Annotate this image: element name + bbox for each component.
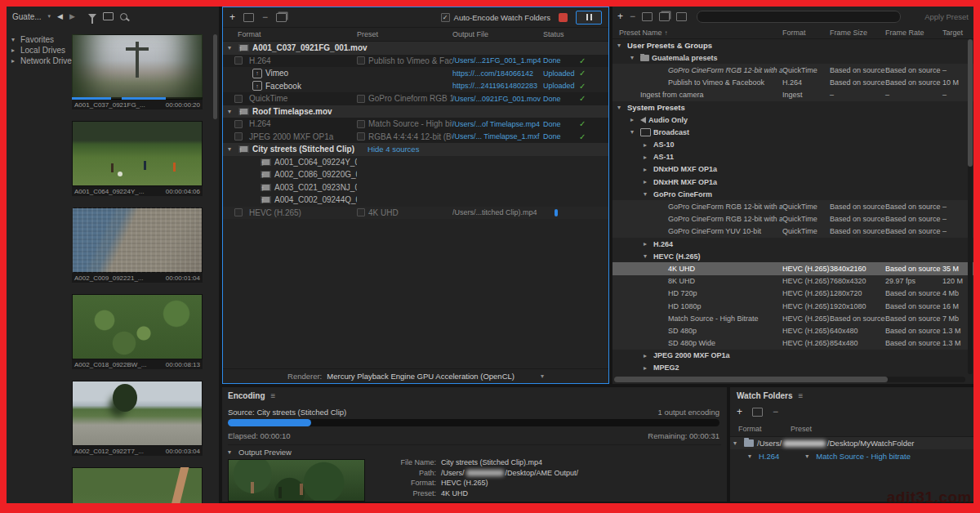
stop-button[interactable] <box>559 13 568 22</box>
output-checkbox[interactable] <box>234 132 243 141</box>
preset-checkbox[interactable] <box>357 208 365 216</box>
output-checkbox[interactable] <box>234 208 243 216</box>
new-group-icon[interactable] <box>642 12 653 21</box>
queue-row[interactable]: ↑ JPEG 2000 MXF OP1a RGBA 4:4:4:4 12-bit… <box>223 131 608 144</box>
output-preview-header[interactable]: ▾ Output Preview <box>228 444 721 457</box>
tree-item[interactable]: ▾ Favorites <box>11 34 76 45</box>
column-format[interactable]: Format <box>730 425 791 436</box>
vertical-scrollbar[interactable] <box>968 39 973 374</box>
preset-row[interactable]: ▸ AS-10 <box>612 139 973 151</box>
media-thumbnail[interactable]: A001_C037_0921FG_... 00:00:00:20 <box>72 34 203 109</box>
preset-row[interactable]: GoPro CineForm YUV 10-bit QuickTime Base… <box>612 225 973 238</box>
queue-row[interactable]: ↑ A001_C064_09224Y_001 <box>223 156 608 169</box>
preset-checkbox[interactable] <box>357 120 365 128</box>
chevron-down-icon[interactable]: ▾ <box>805 453 813 460</box>
twirl-icon[interactable]: ▸ <box>644 166 651 173</box>
media-thumbnail[interactable] <box>72 467 203 503</box>
preset-row[interactable]: ▸ JPEG 2000 MXF OP1a <box>612 350 973 362</box>
preset-row[interactable]: ▸ H.264 <box>612 238 973 250</box>
preset-settings-icon[interactable] <box>659 12 670 21</box>
queue-row[interactable]: ↑ HEVC (H.265) 4K UHD /Users/...titched … <box>223 207 608 220</box>
twirl-icon[interactable]: ▸ <box>644 141 651 149</box>
twirl-icon[interactable]: ▾ <box>617 42 625 49</box>
auto-encode-checkbox[interactable]: ✓ <box>441 13 450 22</box>
queue-row[interactable]: ↑ Facebook https://...24119614802283 Upl… <box>223 80 608 93</box>
hide-sources-link[interactable]: Hide 4 sources <box>368 145 419 154</box>
output-file-cell[interactable]: https://...24119614802283 <box>452 82 543 90</box>
pause-button[interactable] <box>576 11 602 25</box>
chevron-down-icon[interactable]: ▾ <box>541 372 544 380</box>
column-preset-name[interactable]: Preset Name↑ <box>612 29 782 37</box>
preset-row[interactable]: GoPro CineForm RGB 12-bit with alpha... … <box>612 213 973 225</box>
output-file-cell[interactable]: /Users/...titched Clip).mp4 <box>452 208 543 216</box>
media-thumbnail[interactable]: A002_C018_0922BW_... 00:00:08:13 <box>72 294 203 369</box>
watch-folder-output-row[interactable]: ▾ H.264 ▾ Match Source - High bitrate <box>730 450 973 462</box>
location-dropdown[interactable]: Guate... <box>12 12 42 21</box>
queue-row[interactable]: ▾ ↑ City streets (Stitched Clip) Hide 4 … <box>223 143 608 156</box>
queue-row[interactable]: ↑ H.264 Match Source - High bitr... /Use… <box>223 118 608 131</box>
format-dropdown[interactable]: H.264 <box>759 452 779 461</box>
preset-row[interactable]: ▾ System Presets <box>612 101 973 114</box>
preset-row[interactable]: Ingest from camera Ingest – – – <box>612 89 973 101</box>
thumbnail-image[interactable] <box>72 34 203 100</box>
column-format[interactable]: Format <box>782 29 830 37</box>
preset-row[interactable]: SD 480p HEVC (H.265) 640x480 Based on so… <box>612 324 973 337</box>
preset-checkbox[interactable] <box>357 95 365 103</box>
media-scrollbar[interactable] <box>213 34 217 119</box>
ingest-icon[interactable] <box>103 12 114 20</box>
preset-row[interactable]: 4K UHD HEVC (H.265) 3840x2160 Based on s… <box>612 262 973 274</box>
column-output-file[interactable]: Output File <box>452 30 543 38</box>
preset-row[interactable]: 8K UHD HEVC (H.265) 7680x4320 29.97 fps … <box>612 275 973 288</box>
column-frame-size[interactable]: Frame Size <box>830 29 885 37</box>
preset-row[interactable]: ▾ GoPro CineForm <box>612 188 973 200</box>
import-presets-icon[interactable] <box>676 12 687 21</box>
twirl-icon[interactable]: ▸ <box>644 154 651 161</box>
media-thumbnail[interactable]: A002_C009_092221_... 00:00:01:04 <box>72 207 203 283</box>
preset-row[interactable]: ▸ MPEG2 <box>612 362 973 374</box>
renderer-dropdown[interactable]: Mercury Playback Engine GPU Acceleration… <box>327 372 514 381</box>
thumbnail-image[interactable] <box>72 381 203 446</box>
twirl-icon[interactable]: ▸ <box>644 240 651 248</box>
queue-row[interactable]: ↑ H.264 Publish to Vimeo & Face... /User… <box>223 55 608 68</box>
twirl-icon[interactable]: ▾ <box>644 252 651 260</box>
filter-icon[interactable] <box>88 14 96 19</box>
scrollbar-handle[interactable] <box>614 377 888 382</box>
output-file-cell[interactable]: /Users/...0921FG_001.mov <box>452 95 543 103</box>
forward-button[interactable]: ▶ <box>69 12 75 20</box>
twirl-icon[interactable]: ▸ <box>630 116 638 123</box>
column-preset[interactable]: Preset <box>357 30 452 38</box>
preset-row[interactable]: ▾ User Presets & Groups <box>612 39 973 51</box>
preset-checkbox[interactable] <box>357 56 365 65</box>
twirl-icon[interactable]: ▸ <box>644 178 651 185</box>
twirl-icon[interactable]: ▸ <box>11 57 19 65</box>
add-output-icon[interactable] <box>243 13 254 22</box>
panel-menu-icon[interactable]: ≡ <box>799 391 804 400</box>
preset-checkbox[interactable] <box>357 132 365 141</box>
preset-row[interactable]: ▸ Audio Only <box>612 114 973 126</box>
watch-folder-row[interactable]: ▾ /Users//Desktop/MyWatchFolder <box>730 437 973 449</box>
preset-dropdown[interactable]: Match Source - High bitrate <box>816 452 911 461</box>
queue-row[interactable]: ↑ QuickTime GoPro Cineform RGB 12... /Us… <box>223 92 608 105</box>
twirl-icon[interactable]: ▾ <box>228 448 235 456</box>
preset-row[interactable]: ▸ DNxHR MXF OP1a <box>612 176 973 188</box>
output-file-cell[interactable]: /Users/... Timelapse_1.mxf <box>452 132 543 141</box>
apply-preset-button[interactable]: Apply Preset <box>924 12 969 21</box>
output-file-cell[interactable]: /Users/...of Timelapse.mp4 <box>452 120 543 128</box>
thumbnail-image[interactable] <box>72 467 203 503</box>
twirl-icon[interactable]: ▾ <box>733 439 741 447</box>
preset-row[interactable]: HD 1080p HEVC (H.265) 1920x1080 Based on… <box>612 300 973 312</box>
output-checkbox[interactable] <box>234 120 243 128</box>
column-target[interactable]: Target <box>942 29 973 37</box>
output-file-cell[interactable]: https://...com/184066142 <box>452 69 543 78</box>
duplicate-icon[interactable] <box>276 13 287 22</box>
twirl-icon[interactable]: ▾ <box>228 44 235 51</box>
preset-row[interactable]: ▾ HEVC (H.265) <box>612 250 973 262</box>
preset-row[interactable]: SD 480p Wide HEVC (H.265) 854x480 Based … <box>612 337 973 350</box>
output-file-cell[interactable]: /Users/...21FG_001_1.mp4 <box>452 56 543 65</box>
media-thumbnail[interactable]: A002_C012_0922T7_... 00:00:03:04 <box>72 381 203 456</box>
add-source-icon[interactable]: + <box>229 12 235 22</box>
twirl-icon[interactable]: ▾ <box>228 108 235 115</box>
column-status[interactable]: Status <box>543 30 608 38</box>
remove-watch-folder-icon[interactable]: − <box>773 407 778 417</box>
preset-row[interactable]: HD 720p HEVC (H.265) 1280x720 Based on s… <box>612 288 973 300</box>
